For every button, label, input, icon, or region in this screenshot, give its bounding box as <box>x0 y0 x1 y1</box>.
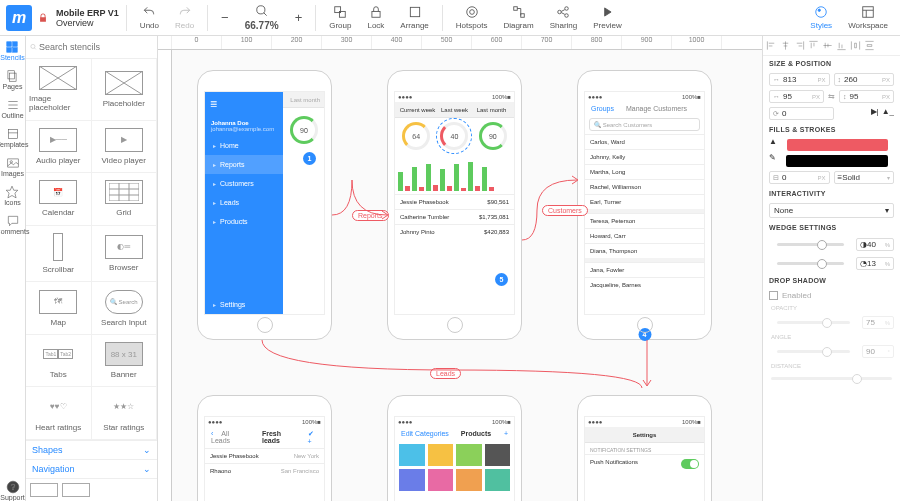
align-middle-icon[interactable] <box>822 40 833 51</box>
stroke-style-select[interactable]: ≡ Solid▾ <box>834 171 895 184</box>
inspector-panel: SIZE & POSITION ↔813PX ↕260PX ↔95PX ⇆ ↕9… <box>762 36 900 501</box>
doc-subtitle: Overview <box>56 18 119 28</box>
stencil-audio-player[interactable]: ▶──Audio player <box>26 121 92 174</box>
align-right-icon[interactable] <box>794 40 805 51</box>
flip-v-icon[interactable]: ▲_ <box>882 107 894 120</box>
rail-pages[interactable]: Pages <box>3 69 23 90</box>
fill-icon[interactable]: ▲ <box>769 137 777 153</box>
stencil-image-placeholder[interactable]: Image placeholder <box>26 59 92 121</box>
input-y[interactable]: ↕260PX <box>834 73 895 86</box>
svg-point-5 <box>469 10 474 15</box>
top-toolbar: m Mobile ERP V1 Overview Undo Redo − 66.… <box>0 0 900 36</box>
input-h[interactable]: ↕95PX <box>839 90 894 103</box>
stencil-grid[interactable]: Grid <box>92 173 158 226</box>
app-logo[interactable]: m <box>6 5 32 31</box>
stencil-banner[interactable]: 88 x 31Banner <box>92 335 158 388</box>
left-rail: Stencils Pages Outline Templates Images … <box>0 36 26 501</box>
canvas-area[interactable]: 01002003004005006007008009001000 Last mo… <box>158 36 762 501</box>
link-wh-icon[interactable]: ⇆ <box>828 92 835 101</box>
svg-text:?: ? <box>10 483 15 492</box>
stencil-tabs[interactable]: Tab1Tab2Tabs <box>26 335 92 388</box>
link-leads[interactable]: Leads <box>430 368 461 379</box>
stencil-map[interactable]: 🗺Map <box>26 282 92 335</box>
wedge-start-slider[interactable] <box>777 243 844 246</box>
svg-rect-4 <box>410 7 419 16</box>
mockup-phone-settings[interactable]: ●●●●100%■ Settings NOTIFICATION SETTINGS… <box>577 395 712 501</box>
styles-tab[interactable]: Styles <box>804 5 838 30</box>
zoom-out-button[interactable]: − <box>215 10 235 25</box>
align-top-icon[interactable] <box>808 40 819 51</box>
wedge-end-input[interactable]: ◔13% <box>856 257 894 270</box>
stencil-panel: Image placeholder Placeholder ▶──Audio p… <box>26 36 158 501</box>
link-customers[interactable]: Customers <box>542 205 588 216</box>
svg-rect-21 <box>8 129 17 138</box>
flip-h-icon[interactable]: ▶| <box>871 107 879 120</box>
lock-button[interactable]: Lock <box>361 5 390 30</box>
align-center-h-icon[interactable] <box>780 40 791 51</box>
svg-point-12 <box>816 7 827 18</box>
stencil-misc-2[interactable] <box>62 483 90 497</box>
svg-rect-3 <box>372 11 380 17</box>
stencil-heart-ratings[interactable]: ♥♥♡Heart ratings <box>26 387 92 440</box>
input-x[interactable]: ↔813PX <box>769 73 830 86</box>
mockup-phone-leads[interactable]: ●●●●100%■ ‹ All LeadsFresh leads✔ + Jess… <box>197 395 332 501</box>
distribute-h-icon[interactable] <box>850 40 861 51</box>
stroke-width-input[interactable]: ⊟0PX <box>769 171 830 184</box>
stencil-star-ratings[interactable]: ★★☆Star ratings <box>92 387 158 440</box>
mockup-phone-drawer[interactable]: Last month 90 ≡ Johanna Doejohanna@examp… <box>197 70 332 340</box>
input-rotation[interactable]: ⟳0 <box>769 107 834 120</box>
shadow-opacity-slider[interactable] <box>777 321 850 324</box>
stencil-placeholder[interactable]: Placeholder <box>92 59 158 121</box>
stencil-video-player[interactable]: ▶Video player <box>92 121 158 174</box>
stencil-search-input[interactable]: 🔍 SearchSearch Input <box>92 282 158 335</box>
hotspots-button[interactable]: Hotspots <box>450 5 494 30</box>
rail-outline[interactable]: Outline <box>1 98 23 119</box>
redo-button[interactable]: Redo <box>169 5 200 30</box>
search-icon <box>30 41 37 53</box>
sharing-button[interactable]: Sharing <box>544 5 584 30</box>
svg-point-13 <box>818 9 820 11</box>
badge-4: 4 <box>638 328 651 341</box>
fill-swatch[interactable] <box>787 139 888 151</box>
shadow-distance-slider[interactable] <box>771 377 892 380</box>
workspace-tab[interactable]: Workspace <box>842 5 894 30</box>
rail-images[interactable]: Images <box>1 156 24 177</box>
stencil-calendar[interactable]: 📅Calendar <box>26 173 92 226</box>
shadow-enabled-checkbox[interactable]: Enabled <box>763 288 900 303</box>
preview-button[interactable]: Preview <box>587 5 627 30</box>
stroke-icon[interactable]: ✎ <box>769 153 776 169</box>
zoom-in-button[interactable]: + <box>289 10 309 25</box>
mockup-phone-customers[interactable]: ●●●●100%■ GroupsManage Customers 🔍 Searc… <box>577 70 712 340</box>
rail-templates[interactable]: Templates <box>0 127 28 148</box>
selected-widget[interactable]: 40 <box>440 122 468 150</box>
zoom-value[interactable]: 66.77% <box>239 4 285 31</box>
group-button[interactable]: Group <box>323 5 357 30</box>
rail-icons[interactable]: Icons <box>4 185 21 206</box>
shadow-angle-slider[interactable] <box>777 350 850 353</box>
arrange-button[interactable]: Arrange <box>394 5 434 30</box>
align-left-icon[interactable] <box>766 40 777 51</box>
stencil-group-navigation[interactable]: Navigation⌄ <box>26 459 157 478</box>
distribute-v-icon[interactable] <box>864 40 875 51</box>
stencil-misc-1[interactable] <box>30 483 58 497</box>
wedge-start-input[interactable]: ◑40% <box>856 238 894 251</box>
undo-button[interactable]: Undo <box>134 5 165 30</box>
stencil-browser[interactable]: ◐═Browser <box>92 226 158 283</box>
stencil-scrollbar[interactable]: Scrollbar <box>26 226 92 283</box>
mockup-phone-products[interactable]: ●●●●100%■ Edit CategoriesProducts+ <box>387 395 522 501</box>
rail-support[interactable]: ?Support <box>0 480 25 501</box>
diagram-button[interactable]: Diagram <box>497 5 539 30</box>
interactivity-select[interactable]: None▾ <box>769 203 894 218</box>
rail-stencils[interactable]: Stencils <box>0 40 25 61</box>
mockup-phone-dashboard[interactable]: ●●●●100%■ Current weekLast weekLast mont… <box>387 70 522 340</box>
stroke-swatch[interactable] <box>786 155 888 167</box>
wedge-end-slider[interactable] <box>777 262 844 265</box>
align-bottom-icon[interactable] <box>836 40 847 51</box>
input-w[interactable]: ↔95PX <box>769 90 824 103</box>
link-reports[interactable]: Reports <box>352 210 389 221</box>
stencil-group-shapes[interactable]: Shapes⌄ <box>26 440 157 459</box>
stencil-search-input[interactable] <box>37 40 153 54</box>
document-title-block[interactable]: Mobile ERP V1 Overview <box>56 8 119 28</box>
svg-rect-17 <box>7 48 12 53</box>
rail-comments[interactable]: Comments <box>0 214 29 235</box>
